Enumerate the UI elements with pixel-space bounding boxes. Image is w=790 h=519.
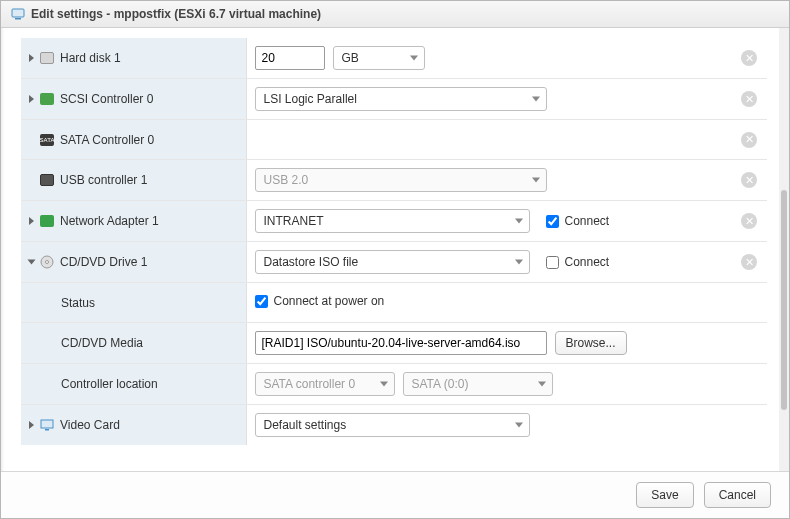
remove-usb-button[interactable]: ✕ <box>741 172 757 188</box>
row-cddvd-media: CD/DVD Media Browse... <box>21 323 767 364</box>
chevron-down-icon <box>380 382 388 387</box>
remove-cddvd-button[interactable]: ✕ <box>741 254 757 270</box>
nic-network-select[interactable]: INTRANET <box>255 209 530 233</box>
chevron-down-icon <box>515 260 523 265</box>
dialog-footer: Save Cancel <box>1 471 789 518</box>
connect-at-poweron-label: Connect at power on <box>274 294 385 308</box>
vertical-scrollbar[interactable] <box>779 28 789 471</box>
sata-icon: SATA <box>40 134 54 146</box>
cddvd-connect-label: Connect <box>565 255 610 269</box>
usb-icon <box>40 174 54 186</box>
hard-disk-icon <box>40 52 54 64</box>
browse-button[interactable]: Browse... <box>555 331 627 355</box>
cddvd-type-label: Datastore ISO file <box>264 255 359 269</box>
edit-settings-dialog: Edit settings - mppostfix (ESXi 6.7 virt… <box>0 0 790 519</box>
save-button[interactable]: Save <box>636 482 693 508</box>
chevron-down-icon <box>532 97 540 102</box>
expand-icon[interactable] <box>29 95 34 103</box>
scsi-type-select[interactable]: LSI Logic Parallel <box>255 87 547 111</box>
nic-icon <box>40 215 54 227</box>
chevron-down-icon <box>538 382 546 387</box>
scsi-icon <box>40 93 54 105</box>
svg-point-3 <box>46 261 49 264</box>
chevron-down-icon <box>515 219 523 224</box>
nic-connect-checkbox[interactable] <box>546 215 559 228</box>
controller-select-label: SATA controller 0 <box>264 377 356 391</box>
scrollbar-thumb[interactable] <box>781 190 787 410</box>
hardware-list: Hard disk 1 GB ✕ <box>1 28 779 471</box>
collapse-icon[interactable] <box>28 260 36 265</box>
usb-label: USB controller 1 <box>60 173 147 187</box>
cddvd-type-select[interactable]: Datastore ISO file <box>255 250 530 274</box>
row-usb-controller: USB controller 1 USB 2.0 ✕ <box>21 160 767 201</box>
row-sata-controller: SATA SATA Controller 0 ✕ <box>21 120 767 160</box>
svg-rect-5 <box>45 429 49 431</box>
dialog-titlebar[interactable]: Edit settings - mppostfix (ESXi 6.7 virt… <box>1 1 789 28</box>
controller-port-select[interactable]: SATA (0:0) <box>403 372 553 396</box>
usb-type-select[interactable]: USB 2.0 <box>255 168 547 192</box>
nic-network-label: INTRANET <box>264 214 324 228</box>
remove-hard-disk-button[interactable]: ✕ <box>741 50 757 66</box>
controller-port-label: SATA (0:0) <box>412 377 469 391</box>
disc-icon <box>40 255 54 269</box>
hard-disk-label: Hard disk 1 <box>60 51 121 65</box>
svg-rect-4 <box>41 420 53 428</box>
chevron-down-icon <box>532 178 540 183</box>
status-label: Status <box>61 296 95 310</box>
hard-disk-size-input[interactable] <box>255 46 325 70</box>
cddvd-connect-option[interactable]: Connect <box>546 255 610 269</box>
sata-label: SATA Controller 0 <box>60 133 154 147</box>
hard-disk-unit-label: GB <box>342 51 359 65</box>
dialog-title: Edit settings - mppostfix (ESXi 6.7 virt… <box>31 7 321 21</box>
video-card-label: Video Card <box>60 418 120 432</box>
row-network-adapter: Network Adapter 1 INTRANET Connect <box>21 201 767 242</box>
row-hard-disk: Hard disk 1 GB ✕ <box>21 38 767 79</box>
video-settings-select[interactable]: Default settings <box>255 413 530 437</box>
row-video-card: Video Card Default settings <box>21 405 767 446</box>
vm-icon <box>11 7 25 21</box>
cancel-button[interactable]: Cancel <box>704 482 771 508</box>
hard-disk-unit-select[interactable]: GB <box>333 46 425 70</box>
remove-nic-button[interactable]: ✕ <box>741 213 757 229</box>
svg-rect-1 <box>15 18 21 20</box>
remove-scsi-button[interactable]: ✕ <box>741 91 757 107</box>
row-cddvd-status: Status Connect at power on <box>21 283 767 323</box>
cddvd-connect-checkbox[interactable] <box>546 256 559 269</box>
chevron-down-icon <box>515 423 523 428</box>
controller-select[interactable]: SATA controller 0 <box>255 372 395 396</box>
nic-label: Network Adapter 1 <box>60 214 159 228</box>
remove-sata-button[interactable]: ✕ <box>741 132 757 148</box>
media-label: CD/DVD Media <box>61 336 143 350</box>
expand-icon[interactable] <box>29 421 34 429</box>
row-controller-location: Controller location SATA controller 0 SA… <box>21 364 767 405</box>
row-scsi-controller: SCSI Controller 0 LSI Logic Parallel ✕ <box>21 79 767 120</box>
usb-type-label: USB 2.0 <box>264 173 309 187</box>
connect-at-poweron-option[interactable]: Connect at power on <box>255 294 385 308</box>
scsi-type-label: LSI Logic Parallel <box>264 92 357 106</box>
nic-connect-option[interactable]: Connect <box>546 214 610 228</box>
controller-location-label: Controller location <box>61 377 158 391</box>
media-path-input[interactable] <box>255 331 547 355</box>
connect-at-poweron-checkbox[interactable] <box>255 295 268 308</box>
svg-rect-0 <box>12 9 24 17</box>
expand-icon[interactable] <box>29 217 34 225</box>
row-cddvd-drive: CD/DVD Drive 1 Datastore ISO file Connec… <box>21 242 767 283</box>
cddvd-label: CD/DVD Drive 1 <box>60 255 147 269</box>
video-settings-label: Default settings <box>264 418 347 432</box>
nic-connect-label: Connect <box>565 214 610 228</box>
scsi-label: SCSI Controller 0 <box>60 92 153 106</box>
monitor-icon <box>40 419 54 431</box>
chevron-down-icon <box>410 56 418 61</box>
dialog-body: Hard disk 1 GB ✕ <box>1 28 789 471</box>
expand-icon[interactable] <box>29 54 34 62</box>
